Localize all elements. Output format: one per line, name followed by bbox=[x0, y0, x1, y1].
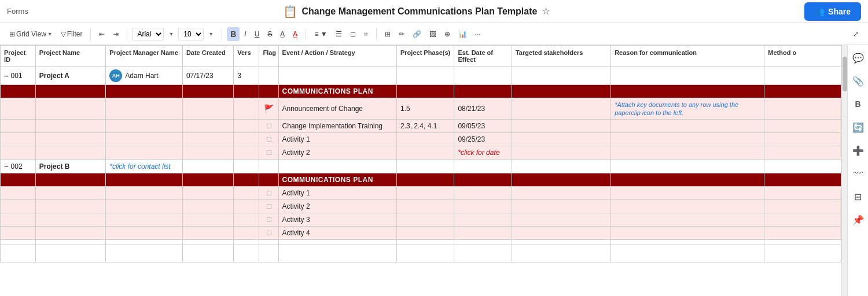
project-a-id-cell: − 001 bbox=[1, 67, 36, 85]
image-button[interactable]: 🖼 bbox=[426, 28, 440, 40]
text-color-button[interactable]: A̲ bbox=[289, 28, 301, 40]
grid-view-label: Grid View bbox=[16, 30, 46, 38]
highlight-button[interactable]: A̲ bbox=[277, 28, 288, 40]
row3-name bbox=[35, 133, 106, 146]
align-button[interactable]: ≡ ▼ bbox=[311, 28, 330, 40]
project-b-flag-cell bbox=[259, 160, 278, 173]
checkbox-icon[interactable]: ☐ bbox=[266, 230, 272, 236]
row2-flag: ☐ bbox=[259, 120, 278, 133]
bold-button[interactable]: B bbox=[227, 27, 240, 41]
clear-format-button[interactable]: ◻ bbox=[347, 28, 359, 40]
b-row3-event: Activity 3 bbox=[278, 213, 396, 227]
comm-plan-b-id bbox=[1, 173, 36, 187]
empty-r2-date bbox=[182, 245, 233, 262]
row1-manager bbox=[106, 98, 183, 120]
row4-manager bbox=[106, 146, 183, 160]
project-a-flag-cell bbox=[259, 67, 278, 85]
checkbox-icon[interactable]: ☐ bbox=[266, 203, 272, 210]
b-row1-name bbox=[35, 187, 106, 200]
row1-date bbox=[182, 98, 233, 120]
row1-phase: 1.5 bbox=[397, 98, 454, 120]
sidebar-bold-icon[interactable]: B bbox=[850, 96, 866, 112]
font-size-select[interactable]: 10 bbox=[178, 28, 204, 40]
font-group: Arial ▼ 10 ▼ bbox=[132, 28, 217, 40]
link-button[interactable]: 🔗 bbox=[409, 28, 425, 40]
list-button[interactable]: ☰ bbox=[332, 28, 345, 40]
row1-name bbox=[35, 98, 106, 120]
sidebar-comment-icon[interactable]: 💬 bbox=[850, 50, 866, 66]
b-row4-version bbox=[234, 227, 259, 240]
row2-id bbox=[1, 120, 36, 133]
b-row4-event: Activity 4 bbox=[278, 227, 396, 240]
checkbox-icon[interactable]: ☐ bbox=[266, 123, 272, 130]
row1-method bbox=[764, 98, 841, 120]
checkbox-icon[interactable]: ☐ bbox=[266, 136, 272, 143]
expand-button[interactable]: ⤢ bbox=[849, 28, 862, 40]
sidebar-grid-icon[interactable]: ⊟ bbox=[850, 188, 866, 205]
row3-date bbox=[182, 133, 233, 146]
paint-button[interactable]: ✏ bbox=[395, 28, 408, 40]
manager-name: Adam Hart bbox=[125, 72, 158, 80]
project-b-collapse-btn[interactable]: − bbox=[4, 162, 9, 171]
indent-right-button[interactable]: ⇥ bbox=[109, 28, 122, 40]
b-row2-manager bbox=[106, 200, 183, 213]
b-row4-method bbox=[764, 227, 841, 240]
share-button[interactable]: 👥 Share bbox=[804, 2, 861, 21]
contact-list-link[interactable]: *click for contact list bbox=[109, 162, 170, 171]
more-button[interactable]: ··· bbox=[472, 28, 484, 40]
table-row: ☐ Activity 4 bbox=[1, 227, 841, 240]
table-button[interactable]: ⊞ bbox=[381, 28, 394, 40]
row1-id bbox=[1, 98, 36, 120]
indent-left-button[interactable]: ⇤ bbox=[95, 28, 108, 40]
scroll-track[interactable] bbox=[841, 45, 847, 296]
checkbox-icon[interactable]: ☐ bbox=[266, 149, 272, 156]
comm-plan-b-flag bbox=[259, 173, 278, 187]
sidebar-wave-icon[interactable]: 〰 bbox=[850, 165, 866, 182]
sidebar-pin-icon[interactable]: 📌 bbox=[850, 212, 866, 228]
b-row1-id bbox=[1, 187, 36, 200]
comm-plan-a-date bbox=[182, 85, 233, 98]
stamp-button[interactable]: ⊕ bbox=[441, 28, 454, 40]
click-for-date-link[interactable]: *click for date bbox=[458, 149, 499, 157]
share-area: 👥 Share bbox=[804, 2, 861, 21]
filter-button[interactable]: ▽ Filter bbox=[57, 28, 86, 40]
table-row: 🚩 Announcement of Change 1.5 08/21/23 *A… bbox=[1, 98, 841, 120]
table-wrap: Project ID Project Name Project Manager … bbox=[0, 45, 841, 296]
comm-plan-a-stakeholders bbox=[512, 85, 610, 98]
empty-r2-event bbox=[278, 245, 396, 262]
empty-r1-manager bbox=[106, 240, 183, 245]
project-a-collapse-btn[interactable]: − bbox=[4, 72, 9, 80]
strikethrough-button[interactable]: S bbox=[264, 28, 275, 40]
special-format-button[interactable]: ⌗ bbox=[361, 28, 372, 40]
star-icon[interactable]: ☆ bbox=[542, 6, 550, 17]
forms-link[interactable]: Forms bbox=[7, 7, 28, 16]
underline-button[interactable]: U bbox=[251, 28, 263, 40]
toolbar: ⊞ Grid View ▼ ▽ Filter ⇤ ⇥ Arial ▼ 10 ▼ … bbox=[0, 23, 868, 45]
sidebar-refresh-icon[interactable]: 🔄 bbox=[850, 119, 866, 135]
row3-stakeholders bbox=[512, 133, 610, 146]
chart-button[interactable]: 📊 bbox=[455, 28, 470, 40]
grid-view-button[interactable]: ⊞ Grid View ▼ bbox=[6, 28, 56, 40]
comm-plan-b-name bbox=[35, 173, 106, 187]
size-dropdown-btn[interactable]: ▼ bbox=[205, 29, 217, 39]
font-family-select[interactable]: Arial bbox=[132, 28, 164, 40]
checkbox-icon[interactable]: ☐ bbox=[266, 190, 272, 197]
b-row2-id bbox=[1, 200, 36, 213]
b-row2-event: Activity 2 bbox=[278, 200, 396, 213]
comm-plan-a-id bbox=[1, 85, 36, 98]
sidebar-paperclip-icon[interactable]: 📎 bbox=[850, 73, 866, 89]
b-row4-est-date bbox=[454, 227, 512, 240]
font-dropdown-btn[interactable]: ▼ bbox=[165, 29, 177, 39]
col-header-reason: Reason for communication bbox=[611, 46, 764, 67]
col-header-date: Date Created bbox=[182, 46, 233, 67]
b-row4-stakeholders bbox=[512, 227, 610, 240]
row4-id bbox=[1, 146, 36, 160]
format-group: B I U S A̲ A̲ bbox=[227, 27, 301, 41]
scroll-thumb[interactable] bbox=[843, 57, 847, 91]
sidebar-add-icon[interactable]: ➕ bbox=[850, 142, 866, 158]
checkbox-icon[interactable]: ☐ bbox=[266, 216, 272, 223]
italic-button[interactable]: I bbox=[241, 28, 249, 40]
row3-est-date: 09/25/23 bbox=[454, 133, 512, 146]
empty-r1-est-date bbox=[454, 240, 512, 245]
project-b-id: 002 bbox=[11, 162, 23, 171]
